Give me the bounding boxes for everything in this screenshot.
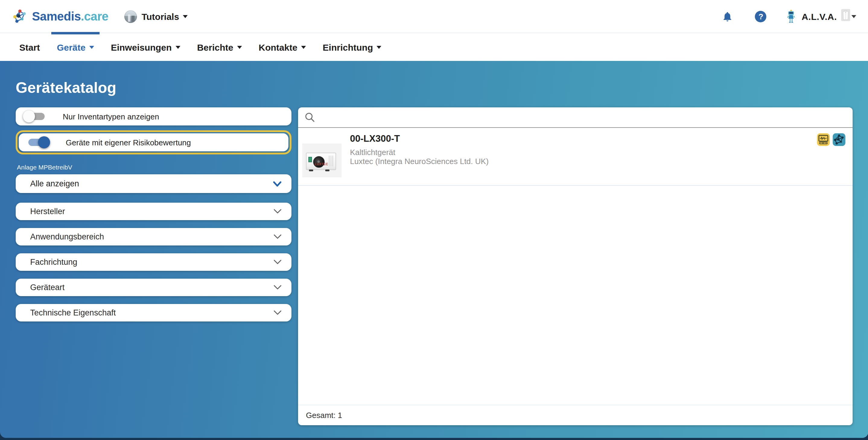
device-info: 00-LX300-T Kaltlichtgerät Luxtec (Integr… — [350, 133, 489, 166]
toggle-inventory-label: Nur Inventartypen anzeigen — [63, 112, 159, 121]
annex-select[interactable]: Alle anzeigen — [16, 174, 291, 193]
app-header: Samedis.care Tutorials ? — [0, 0, 868, 33]
tutorials-menu[interactable]: Tutorials — [124, 10, 187, 23]
nav-item-geraete[interactable]: Geräte — [51, 33, 99, 61]
chevron-down-icon — [237, 45, 242, 49]
assistant-robot-icon — [787, 10, 796, 23]
search-bar — [298, 107, 852, 128]
toggle-card-inventory-types[interactable]: Nur Inventartypen anzeigen — [16, 107, 291, 125]
accordion-anwendungsbereich[interactable]: Anwendungsbereich — [16, 228, 291, 246]
device-badges — [817, 133, 845, 146]
nav-item-kontakte[interactable]: Kontakte — [253, 33, 311, 61]
nav-item-einrichtung[interactable]: Einrichtung — [317, 33, 387, 61]
user-menu-chevron-icon[interactable] — [851, 15, 856, 18]
accordion-label: Hersteller — [30, 207, 273, 216]
notifications-bell-icon[interactable] — [722, 10, 734, 22]
device-title: 00-LX300-T — [350, 133, 489, 144]
chevron-down-icon — [273, 209, 282, 214]
tutorials-avatar — [124, 10, 137, 23]
help-icon[interactable]: ? — [755, 10, 767, 22]
device-photo-body: LUXTEC — [306, 153, 336, 170]
chevron-down-icon — [175, 45, 180, 49]
accordion-hersteller[interactable]: Hersteller — [16, 203, 291, 220]
toggle-risk-label: Geräte mit eigener Risikobewertung — [66, 138, 191, 147]
stage: Samedis.care Tutorials ? — [0, 0, 868, 440]
chevron-down-icon — [273, 310, 282, 315]
nav-item-start[interactable]: Start — [14, 33, 45, 61]
nav-item-einweisungen[interactable]: Einweisungen — [105, 33, 186, 61]
brand-logo[interactable]: Samedis.care — [12, 8, 108, 24]
chevron-down-icon — [273, 259, 282, 265]
header-actions: ? A.L.V.A. — [722, 9, 856, 24]
chevron-down-icon — [89, 45, 94, 49]
accordion-label: Anwendungsbereich — [30, 232, 273, 241]
catalog-page: Gerätekatalog Nur Inventartypen anzeigen — [0, 61, 868, 438]
app-window: Samedis.care Tutorials ? — [0, 0, 868, 440]
accordion-geraeteart[interactable]: Geräteart — [16, 279, 291, 296]
molecule-logo-icon — [12, 8, 28, 24]
results-total: Gesamt: 1 — [306, 411, 342, 420]
chevron-down-icon — [376, 45, 381, 49]
results-footer: Gesamt: 1 — [298, 405, 852, 425]
accordion-fachrichtung[interactable]: Fachrichtung — [16, 253, 291, 271]
empty-results-space — [298, 186, 852, 405]
annex-mpbetreibv-label: Anlage MPBetreibV — [17, 163, 291, 171]
accordion-technische-eigenschaft[interactable]: Technische Eigenschaft — [16, 304, 291, 321]
highlighted-filter-outline: Geräte mit eigener Risikobewertung — [16, 130, 291, 154]
switch-knob — [38, 136, 50, 148]
chevron-down-icon — [273, 285, 282, 290]
page-title: Gerätekatalog — [16, 61, 852, 96]
chevron-down-icon — [183, 15, 188, 18]
filter-column: Nur Inventartypen anzeigen Geräte mit ei… — [16, 107, 291, 329]
chevron-down-icon — [273, 181, 282, 187]
annex-select-value: Alle anzeigen — [30, 179, 273, 188]
search-input[interactable] — [320, 112, 846, 123]
toggle-card-risk-assessment[interactable]: Geräte mit eigener Risikobewertung — [19, 133, 288, 151]
toggle-inventory-switch[interactable] — [22, 109, 48, 124]
main-nav: Start Geräte Einweisungen Berichte Konta… — [0, 33, 868, 61]
user-name: A.L.V.A. — [802, 11, 837, 22]
user-avatar-labcoat[interactable] — [841, 9, 850, 24]
device-results-panel: LUXTEC 00-LX300-T Kaltlichtgerät Luxtec … — [298, 107, 852, 425]
device-list-item[interactable]: LUXTEC 00-LX300-T Kaltlichtgerät Luxtec … — [298, 128, 852, 186]
monitor-waveform-badge-icon[interactable] — [817, 133, 830, 146]
toggle-risk-switch[interactable] — [25, 135, 51, 150]
switch-knob — [23, 111, 35, 122]
chevron-down-icon — [273, 234, 282, 240]
accordion-label: Technische Eigenschaft — [30, 308, 273, 317]
nav-item-berichte[interactable]: Berichte — [192, 33, 247, 61]
search-icon — [305, 112, 315, 122]
device-category: Kaltlichtgerät — [350, 148, 489, 157]
device-photo-brand: LUXTEC — [315, 162, 328, 166]
molecule-network-badge-icon[interactable] — [833, 133, 845, 146]
device-manufacturer: Luxtec (Integra NeuroSciences Ltd. UK) — [350, 157, 489, 166]
brand-name: Samedis.care — [32, 9, 108, 23]
device-thumbnail: LUXTEC — [302, 144, 342, 177]
accordion-label: Fachrichtung — [30, 257, 273, 266]
chevron-down-icon — [301, 45, 306, 49]
accordion-label: Geräteart — [30, 283, 273, 292]
tutorials-label: Tutorials — [142, 11, 179, 22]
